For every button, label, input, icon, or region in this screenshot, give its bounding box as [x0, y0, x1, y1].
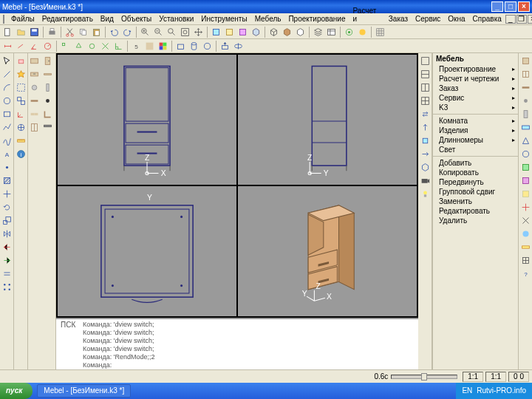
rotate-button[interactable] — [1, 201, 13, 214]
view-side-button[interactable] — [236, 26, 249, 38]
taskbar-task[interactable]: Mebel - [БезИмени.k3 *] — [37, 384, 131, 398]
panel-service[interactable]: Сервис▸ — [433, 93, 518, 103]
tool-5-button[interactable]: 5 — [130, 40, 143, 52]
group-button[interactable] — [15, 81, 27, 94]
color-button[interactable] — [157, 40, 169, 52]
menu-edit[interactable]: Редактировать — [38, 14, 97, 24]
menu-help[interactable]: Справка — [469, 14, 505, 24]
hidden-button[interactable] — [294, 26, 307, 38]
snap-center-button[interactable] — [86, 40, 98, 52]
menu-service[interactable]: Сервис — [412, 14, 444, 24]
cam-iso-button[interactable] — [419, 161, 432, 174]
panel-edit[interactable]: Редактировать — [433, 206, 518, 216]
panel-groupshift[interactable]: Групповой сдвиг — [433, 187, 518, 197]
new-button[interactable] — [1, 26, 14, 38]
menu-windows[interactable]: Окна — [444, 14, 468, 24]
viewport-iso[interactable]: XYZ — [238, 186, 417, 316]
zoom-in-button[interactable] — [139, 26, 151, 38]
time-slider[interactable] — [391, 375, 457, 379]
panel-k3[interactable]: K3▸ — [433, 103, 518, 112]
offset-button[interactable] — [1, 267, 13, 280]
view-iso-button[interactable] — [250, 26, 262, 38]
line-button[interactable] — [1, 68, 13, 81]
window-min-button[interactable]: _ — [491, 1, 503, 12]
ungroup-button[interactable] — [15, 95, 27, 107]
r-tool-3[interactable] — [519, 81, 532, 94]
mirror-button[interactable] — [1, 228, 13, 240]
vp-swap-button[interactable] — [419, 108, 432, 120]
r-tool-16[interactable] — [519, 254, 532, 267]
select-button[interactable] — [1, 55, 13, 67]
panel-products[interactable]: Изделия▸ — [433, 126, 518, 135]
viewport-top[interactable]: Y — [58, 186, 236, 316]
explode-button[interactable] — [15, 68, 27, 81]
shelf-button[interactable] — [41, 68, 54, 81]
r-tool-8[interactable] — [519, 148, 532, 160]
cut-button[interactable] — [64, 26, 76, 38]
edge-button[interactable] — [28, 95, 41, 107]
circle-button[interactable] — [1, 95, 13, 107]
menu-objects[interactable]: Объекты — [117, 14, 155, 24]
revolve-button[interactable] — [232, 40, 245, 52]
countertop-button[interactable] — [41, 121, 54, 134]
menu-view[interactable]: Вид — [97, 14, 117, 24]
ucs-button[interactable] — [15, 108, 27, 120]
copy-button[interactable] — [77, 26, 89, 38]
r-tool-5[interactable] — [519, 108, 532, 120]
arc-button[interactable] — [1, 81, 13, 94]
hardware-button[interactable] — [28, 81, 41, 94]
point-button[interactable] — [1, 161, 13, 174]
status-zoom-2[interactable]: 1:1 — [485, 372, 506, 382]
sphere-button[interactable] — [201, 40, 214, 52]
hole-button[interactable] — [41, 95, 54, 107]
view-top-button[interactable] — [223, 26, 236, 38]
wireframe-button[interactable] — [267, 26, 280, 38]
join-button[interactable] — [28, 108, 41, 120]
grid-button[interactable] — [374, 26, 386, 38]
panel-calc[interactable]: Расчет и чертежи▸ — [433, 74, 518, 83]
r-tool-9[interactable] — [519, 161, 532, 174]
zoom-window-button[interactable] — [166, 26, 178, 38]
dim-radius-button[interactable] — [41, 40, 54, 52]
drawer-button[interactable] — [28, 68, 41, 81]
cabinet-button[interactable] — [28, 121, 41, 134]
vp-2h-button[interactable] — [419, 68, 432, 81]
start-button[interactable]: пуск — [0, 383, 33, 399]
snap-perp-button[interactable] — [112, 40, 125, 52]
measure-button[interactable] — [15, 134, 27, 147]
snap-int-button[interactable] — [99, 40, 112, 52]
erase-button[interactable] — [15, 55, 27, 67]
vp-4-button[interactable] — [419, 95, 432, 107]
dim-aligned-button[interactable] — [15, 40, 27, 52]
r-tool-1[interactable] — [519, 55, 532, 67]
rect-button[interactable] — [1, 108, 13, 120]
snap-end-button[interactable] — [59, 40, 72, 52]
menu-tools[interactable]: Инструменты — [197, 14, 250, 24]
shaded-button[interactable] — [281, 26, 293, 38]
r-tool-4[interactable] — [519, 95, 532, 107]
r-tool-6[interactable] — [519, 121, 532, 134]
dim-linear-button[interactable] — [1, 40, 14, 52]
trim-button[interactable] — [1, 241, 13, 253]
zoom-out-button[interactable] — [152, 26, 165, 38]
render-button[interactable] — [356, 26, 369, 38]
menu-files[interactable]: Файлы — [7, 14, 38, 24]
mdi-min-button[interactable]: _ — [505, 15, 516, 24]
cam-right-button[interactable] — [419, 148, 432, 160]
mdi-restore-button[interactable]: ❐ — [516, 15, 527, 24]
menu-settings[interactable]: Установки — [155, 14, 197, 24]
vp-single-button[interactable] — [419, 55, 432, 67]
panel-design[interactable]: Проектирование▸ — [433, 64, 518, 74]
system-tray[interactable]: EN Rutvi-PRO.info — [456, 383, 532, 399]
panel-room[interactable]: Комната▸ — [433, 116, 518, 126]
window-close-button[interactable]: × — [518, 1, 530, 12]
pan-button[interactable] — [192, 26, 205, 38]
panel-add[interactable]: Добавить — [433, 158, 518, 168]
hatch-button[interactable] — [1, 174, 13, 187]
light-button[interactable] — [419, 188, 432, 200]
r-tool-11[interactable] — [519, 188, 532, 200]
cylinder-button[interactable] — [188, 40, 200, 52]
panel-light[interactable]: Свет — [433, 145, 518, 154]
spline-button[interactable] — [1, 134, 13, 147]
r-tool-7[interactable] — [519, 134, 532, 147]
